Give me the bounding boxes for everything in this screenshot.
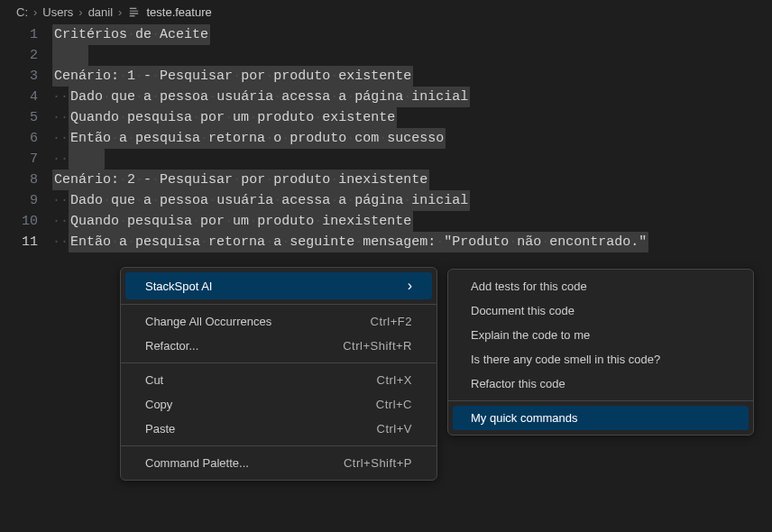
menu-separator: [121, 304, 437, 305]
line-number: 11: [0, 232, 38, 252]
code-line[interactable]: ··Dado·que·a·pessoa·usuária·acessa·a·pág…: [52, 87, 772, 107]
line-number: 3: [0, 66, 38, 87]
chevron-right-icon: ›: [78, 5, 82, 19]
line-number: 8: [0, 170, 38, 190]
menu-item-label: Copy: [145, 398, 172, 411]
code-line[interactable]: [52, 45, 772, 66]
code-line[interactable]: ··Quando·pesquisa·por·um·produto·inexist…: [52, 211, 772, 232]
menu-item-label: Document this code: [471, 304, 574, 317]
menu-item-shortcut: Ctrl+V: [377, 422, 412, 436]
menu-item-label: Explain the code to me: [471, 328, 590, 342]
breadcrumb-segment[interactable]: Users: [42, 5, 73, 19]
menu-separator: [448, 400, 753, 401]
submenu-item[interactable]: Explain the code to me: [453, 323, 749, 347]
code-line[interactable]: ··Então·a·pesquisa·retorna·o·produto·com…: [52, 128, 772, 149]
code-line[interactable]: ··Quando·pesquisa·por·um·produto·existen…: [52, 107, 772, 128]
menu-item-shortcut: Ctrl+X: [377, 373, 412, 387]
line-number: 2: [0, 45, 38, 66]
menu-item-shortcut: Ctrl+Shift+P: [344, 456, 412, 470]
code-line[interactable]: ··: [52, 149, 772, 170]
context-menu-item[interactable]: Change All OccurrencesCtrl+F2: [125, 309, 432, 334]
code-line[interactable]: ··Dado·que·a·pessoa·usuária·acessa·a·pág…: [52, 190, 772, 211]
menu-item-shortcut: Ctrl+C: [376, 398, 412, 411]
menu-separator: [121, 445, 437, 446]
code-content[interactable]: Critérios·de·Aceite Cenário:·1·-·Pesquis…: [52, 24, 772, 252]
menu-item-label: My quick commands: [471, 411, 577, 425]
menu-item-label: Refactor this code: [471, 377, 565, 390]
line-number: 1: [0, 24, 38, 45]
chevron-right-icon: ›: [118, 5, 122, 19]
line-number: 10: [0, 211, 38, 232]
menu-item-label: Change All Occurrences: [145, 315, 271, 328]
context-menu-item[interactable]: Command Palette...Ctrl+Shift+P: [125, 451, 432, 475]
code-line[interactable]: Critérios·de·Aceite: [52, 24, 772, 45]
context-menu-item[interactable]: StackSpot AI›: [125, 272, 432, 299]
code-editor[interactable]: 1234567891011 Critérios·de·Aceite Cenári…: [0, 24, 772, 252]
menu-separator: [121, 362, 437, 363]
line-number: 9: [0, 190, 38, 211]
menu-item-shortcut: Ctrl+Shift+R: [343, 339, 412, 353]
context-menu-item[interactable]: CopyCtrl+C: [125, 392, 432, 417]
line-number: 7: [0, 149, 38, 170]
breadcrumb: C: › Users › danil › teste.feature: [0, 0, 772, 24]
context-menu-item[interactable]: PasteCtrl+V: [125, 417, 432, 441]
chevron-right-icon: ›: [408, 278, 412, 294]
menu-item-label: Refactor...: [145, 339, 198, 353]
menu-item-label: StackSpot AI: [145, 280, 212, 293]
context-submenu[interactable]: Add tests for this codeDocument this cod…: [447, 269, 754, 436]
breadcrumb-file[interactable]: teste.feature: [146, 5, 211, 19]
context-menu[interactable]: StackSpot AI›Change All OccurrencesCtrl+…: [120, 267, 437, 481]
menu-item-label: Is there any code smell in this code?: [471, 353, 660, 366]
line-number-gutter: 1234567891011: [0, 24, 52, 252]
breadcrumb-segment[interactable]: danil: [88, 5, 113, 19]
submenu-item[interactable]: Refactor this code: [453, 371, 749, 396]
code-line[interactable]: Cenário:·1·-·Pesquisar·por·produto·exist…: [52, 66, 772, 87]
menu-item-label: Cut: [145, 373, 163, 387]
code-line[interactable]: Cenário:·2·-·Pesquisar·por·produto·inexi…: [52, 170, 772, 190]
menu-item-label: Command Palette...: [145, 456, 249, 470]
file-icon: [127, 5, 141, 19]
line-number: 6: [0, 128, 38, 149]
menu-item-label: Add tests for this code: [471, 280, 587, 293]
chevron-right-icon: ›: [33, 5, 37, 19]
code-line[interactable]: ··Então·a·pesquisa·retorna·a·seguinte·me…: [52, 232, 772, 252]
submenu-item[interactable]: My quick commands: [453, 406, 749, 430]
submenu-item[interactable]: Document this code: [453, 298, 749, 323]
context-menu-item[interactable]: CutCtrl+X: [125, 368, 432, 392]
submenu-item[interactable]: Add tests for this code: [453, 274, 749, 298]
menu-item-label: Paste: [145, 422, 175, 436]
menu-item-shortcut: Ctrl+F2: [371, 315, 412, 328]
line-number: 4: [0, 87, 38, 107]
context-menu-item[interactable]: Refactor...Ctrl+Shift+R: [125, 334, 432, 358]
line-number: 5: [0, 107, 38, 128]
breadcrumb-segment[interactable]: C:: [16, 5, 28, 19]
submenu-item[interactable]: Is there any code smell in this code?: [453, 347, 749, 371]
